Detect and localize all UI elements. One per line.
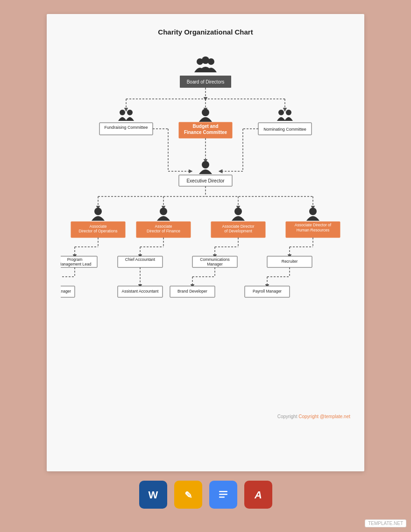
prog-mgmt-label: Program: [67, 257, 83, 262]
toolbar: W ✎ A: [139, 481, 272, 509]
page-container: Charity Organizational Chart: [47, 14, 364, 471]
watermark: TEMPLATE.NET: [365, 519, 406, 527]
svg-rect-82: [219, 491, 227, 492]
recruiter-label: Recruiter: [282, 259, 298, 264]
svg-point-10: [127, 110, 133, 115]
brand-dev-label: Brand Developer: [177, 289, 207, 294]
board-label: Board of Directors: [187, 79, 225, 84]
exec-director-label: Executive Director: [186, 178, 225, 183]
gdocs-button[interactable]: [209, 481, 237, 509]
assoc-finance-label: Associate: [155, 224, 172, 229]
page-title: Charity Organizational Chart: [61, 28, 350, 36]
svg-text:W: W: [148, 489, 158, 501]
svg-point-25: [202, 161, 209, 168]
svg-text:✎: ✎: [184, 490, 192, 500]
gdocs-icon: [215, 486, 232, 503]
pdf-button[interactable]: A: [244, 481, 272, 509]
nominating-label: Nominating Committee: [263, 127, 306, 132]
assoc-ops-label: Associate: [90, 224, 107, 229]
org-chart: Board of Directors Fundraising Committee: [61, 45, 350, 409]
pdf-icon: A: [250, 486, 267, 503]
svg-text:Manager: Manager: [207, 262, 223, 266]
svg-point-9: [120, 110, 125, 115]
fundraising-mgr-label: Fundraising Manager: [61, 289, 71, 294]
copyright: Copyright Copyright @template.net: [61, 414, 350, 419]
svg-point-33: [94, 208, 102, 215]
svg-text:of Development: of Development: [224, 229, 252, 233]
svg-text:Management Lead: Management Lead: [61, 262, 92, 266]
asst-accountant-label: Assistant Accountant: [122, 289, 159, 294]
svg-point-12: [202, 109, 209, 116]
assoc-hr-label: Associate Director of: [295, 223, 332, 227]
svg-point-16: [286, 110, 291, 115]
svg-text:Director of Operations: Director of Operations: [78, 229, 117, 233]
svg-rect-83: [219, 494, 227, 495]
word-icon: W: [145, 486, 162, 503]
word-button[interactable]: W: [139, 481, 167, 509]
comms-mgr-label: Communications: [200, 257, 229, 262]
svg-point-15: [278, 110, 284, 115]
budget-label: Budget and: [193, 124, 219, 129]
svg-text:Director of Finance: Director of Finance: [147, 229, 180, 233]
svg-point-36: [309, 208, 317, 215]
pages-icon: ✎: [180, 486, 197, 503]
pages-button[interactable]: ✎: [174, 481, 202, 509]
svg-point-2: [202, 56, 209, 64]
assoc-dev-label: Associate Director: [222, 224, 255, 229]
svg-text:Finance Committee: Finance Committee: [184, 130, 227, 135]
svg-point-35: [234, 208, 242, 215]
svg-point-34: [160, 208, 167, 215]
chief-accountant-label: Chief Accountant: [125, 257, 156, 262]
svg-text:A: A: [254, 489, 262, 501]
payroll-mgr-label: Payroll Manager: [253, 289, 282, 294]
svg-text:Human Resources: Human Resources: [297, 228, 329, 232]
svg-rect-84: [219, 497, 225, 498]
fundraising-label: Fundraising Committee: [104, 125, 148, 130]
